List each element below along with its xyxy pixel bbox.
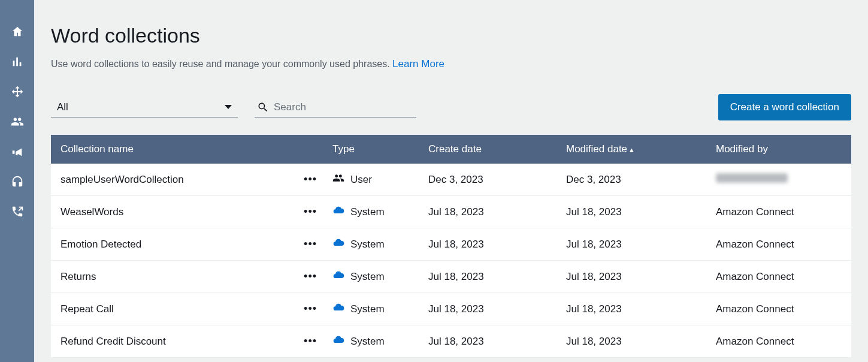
page-description: Use word collections to easily reuse and…: [51, 58, 851, 70]
more-actions-icon[interactable]: •••: [304, 303, 317, 315]
more-actions-icon[interactable]: •••: [304, 270, 317, 282]
filter-label: All: [57, 101, 68, 113]
more-actions-icon[interactable]: •••: [304, 335, 317, 347]
page-title: Word collections: [51, 24, 851, 47]
type-cell: System: [323, 196, 419, 228]
table-row: Repeat Call•••SystemJul 18, 2023Jul 18, …: [51, 293, 851, 325]
more-actions-icon[interactable]: •••: [304, 238, 317, 250]
redacted-value: [716, 173, 788, 183]
col-name[interactable]: Collection name: [51, 135, 323, 164]
collection-name-link[interactable]: Returns: [51, 261, 291, 293]
phone-icon[interactable]: [11, 205, 24, 218]
type-label: System: [350, 303, 385, 315]
modified-date: Jul 18, 2023: [557, 261, 706, 293]
sidebar-nav: [0, 0, 34, 362]
create-date: Jul 18, 2023: [419, 228, 557, 261]
create-date: Jul 18, 2023: [419, 196, 557, 228]
type-cell: System: [323, 261, 419, 293]
cloud-icon: [332, 269, 344, 284]
modified-date: Jul 18, 2023: [557, 228, 706, 261]
row-actions: •••: [291, 196, 323, 228]
type-cell: System: [323, 325, 419, 358]
cloud-icon: [332, 301, 344, 316]
search-box[interactable]: [255, 98, 416, 117]
cloud-icon: [332, 237, 344, 252]
modified-by: Amazon Connect: [706, 325, 851, 358]
modified-date: Jul 18, 2023: [557, 196, 706, 228]
row-actions: •••: [291, 228, 323, 261]
table-row: WeaselWords•••SystemJul 18, 2023Jul 18, …: [51, 196, 851, 228]
col-type[interactable]: Type: [323, 135, 419, 164]
toolbar: All Create a word collection: [51, 94, 851, 120]
modified-date: Jul 18, 2023: [557, 293, 706, 325]
modified-by: Amazon Connect: [706, 228, 851, 261]
row-actions: •••: [291, 293, 323, 325]
row-actions: •••: [291, 164, 323, 196]
description-text: Use word collections to easily reuse and…: [51, 59, 390, 69]
col-create-date[interactable]: Create date: [419, 135, 557, 164]
home-icon[interactable]: [11, 25, 24, 38]
learn-more-link[interactable]: Learn More: [392, 58, 444, 70]
collection-name-link[interactable]: Repeat Call: [51, 293, 291, 325]
type-label: System: [350, 271, 385, 283]
col-modified-date[interactable]: Modified date: [557, 135, 706, 164]
type-label: User: [350, 174, 372, 186]
table-row: Refund Credit Discount•••SystemJul 18, 2…: [51, 325, 851, 358]
collections-table: Collection name Type Create date Modifie…: [51, 135, 851, 358]
type-label: System: [350, 206, 385, 218]
table-row: Emotion Detected•••SystemJul 18, 2023Jul…: [51, 228, 851, 261]
campaigns-icon[interactable]: [11, 145, 24, 158]
modified-by: Amazon Connect: [706, 261, 851, 293]
collection-name-link[interactable]: WeaselWords: [51, 196, 291, 228]
row-actions: •••: [291, 325, 323, 358]
type-cell: System: [323, 293, 419, 325]
more-actions-icon[interactable]: •••: [304, 173, 317, 185]
collection-name-link[interactable]: Refund Credit Discount: [51, 325, 291, 358]
collection-name-link[interactable]: sampleUserWordCollection: [51, 164, 291, 196]
main-content: Word collections Use word collections to…: [34, 0, 868, 362]
search-input[interactable]: [274, 101, 414, 113]
modified-date: Jul 18, 2023: [557, 325, 706, 358]
create-date: Jul 18, 2023: [419, 261, 557, 293]
type-cell: System: [323, 228, 419, 261]
user-icon: [332, 172, 344, 187]
users-icon[interactable]: [11, 115, 24, 128]
more-actions-icon[interactable]: •••: [304, 206, 317, 218]
table-row: Returns•••SystemJul 18, 2023Jul 18, 2023…: [51, 261, 851, 293]
search-icon: [257, 101, 269, 113]
collection-name-link[interactable]: Emotion Detected: [51, 228, 291, 261]
table-header: Collection name Type Create date Modifie…: [51, 135, 851, 164]
modified-by: Amazon Connect: [706, 196, 851, 228]
create-collection-button[interactable]: Create a word collection: [718, 94, 851, 120]
create-date: Dec 3, 2023: [419, 164, 557, 196]
modified-by: Amazon Connect: [706, 293, 851, 325]
cloud-icon: [332, 204, 344, 219]
filter-dropdown[interactable]: All: [51, 98, 238, 117]
modified-by: [706, 164, 851, 196]
routing-icon[interactable]: [11, 85, 24, 98]
chevron-down-icon: [225, 105, 232, 109]
modified-date: Dec 3, 2023: [557, 164, 706, 196]
analytics-icon[interactable]: [11, 55, 24, 68]
table-row: sampleUserWordCollection•••UserDec 3, 20…: [51, 164, 851, 196]
type-cell: User: [323, 164, 419, 196]
headset-icon[interactable]: [11, 175, 24, 188]
create-date: Jul 18, 2023: [419, 293, 557, 325]
type-label: System: [350, 239, 385, 251]
type-label: System: [350, 336, 385, 348]
create-date: Jul 18, 2023: [419, 325, 557, 358]
col-modified-by[interactable]: Modified by: [706, 135, 851, 164]
cloud-icon: [332, 334, 344, 349]
row-actions: •••: [291, 261, 323, 293]
